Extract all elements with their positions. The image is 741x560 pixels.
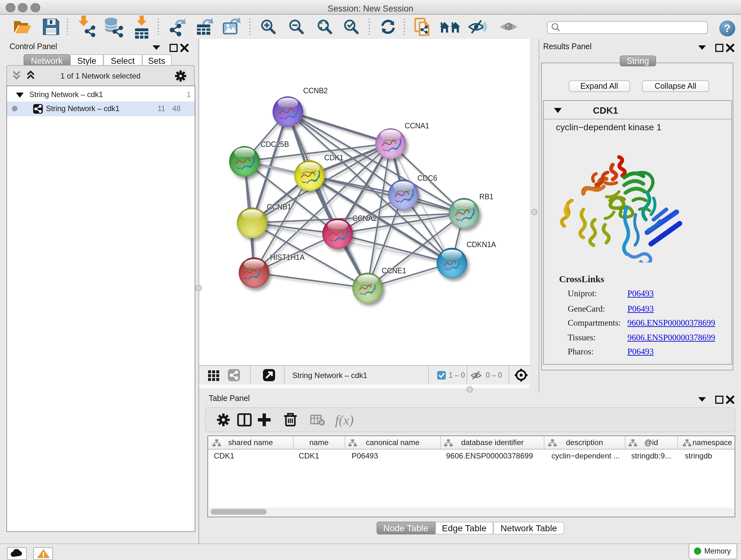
svg-text:f(x): f(x) bbox=[335, 413, 354, 428]
svg-text:String Network – cdk1: String Network – cdk1 bbox=[292, 371, 367, 380]
svg-text:1 – 0: 1 – 0 bbox=[449, 371, 465, 379]
svg-text:0 – 0: 0 – 0 bbox=[486, 371, 502, 379]
